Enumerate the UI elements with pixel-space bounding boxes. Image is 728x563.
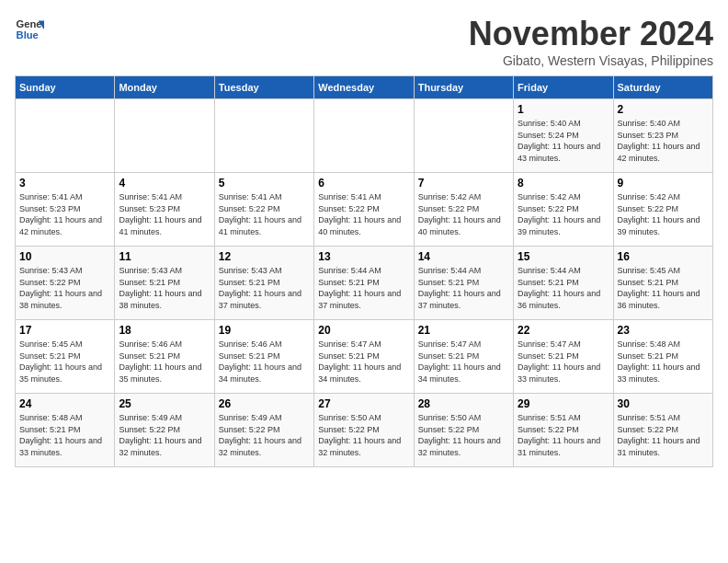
svg-text:General: General xyxy=(17,18,44,29)
day-cell: 4Sunrise: 5:41 AM Sunset: 5:23 PM Daylig… xyxy=(115,173,214,247)
day-info: Sunrise: 5:44 AM Sunset: 5:21 PM Dayligh… xyxy=(318,265,409,311)
day-cell: 14Sunrise: 5:44 AM Sunset: 5:21 PM Dayli… xyxy=(414,247,513,320)
day-number: 2 xyxy=(618,103,709,116)
day-number: 3 xyxy=(19,177,110,190)
day-cell: 12Sunrise: 5:43 AM Sunset: 5:21 PM Dayli… xyxy=(214,247,313,320)
week-row-5: 24Sunrise: 5:48 AM Sunset: 5:21 PM Dayli… xyxy=(16,394,713,467)
day-number: 26 xyxy=(219,397,310,410)
day-number: 6 xyxy=(318,177,409,190)
day-info: Sunrise: 5:42 AM Sunset: 5:22 PM Dayligh… xyxy=(418,191,509,237)
day-cell: 17Sunrise: 5:45 AM Sunset: 5:21 PM Dayli… xyxy=(16,320,115,394)
weekday-saturday: Saturday xyxy=(613,76,712,99)
logo: General Blue xyxy=(15,15,44,44)
day-info: Sunrise: 5:41 AM Sunset: 5:23 PM Dayligh… xyxy=(19,191,110,237)
day-info: Sunrise: 5:43 AM Sunset: 5:21 PM Dayligh… xyxy=(219,265,310,311)
day-info: Sunrise: 5:51 AM Sunset: 5:22 PM Dayligh… xyxy=(618,412,709,458)
day-info: Sunrise: 5:48 AM Sunset: 5:21 PM Dayligh… xyxy=(618,339,709,385)
weekday-header-row: SundayMondayTuesdayWednesdayThursdayFrid… xyxy=(16,76,713,99)
day-number: 27 xyxy=(318,397,409,410)
day-number: 18 xyxy=(119,324,210,337)
week-row-2: 3Sunrise: 5:41 AM Sunset: 5:23 PM Daylig… xyxy=(16,173,713,247)
day-cell: 8Sunrise: 5:42 AM Sunset: 5:22 PM Daylig… xyxy=(514,173,613,247)
day-number: 25 xyxy=(119,397,210,410)
day-cell: 21Sunrise: 5:47 AM Sunset: 5:21 PM Dayli… xyxy=(414,320,513,394)
day-number: 28 xyxy=(418,397,509,410)
day-number: 13 xyxy=(318,250,409,263)
day-cell: 29Sunrise: 5:51 AM Sunset: 5:22 PM Dayli… xyxy=(514,394,613,467)
location: Gibato, Western Visayas, Philippines xyxy=(469,53,713,68)
day-cell: 1Sunrise: 5:40 AM Sunset: 5:24 PM Daylig… xyxy=(514,99,613,173)
day-info: Sunrise: 5:45 AM Sunset: 5:21 PM Dayligh… xyxy=(19,339,110,385)
day-info: Sunrise: 5:46 AM Sunset: 5:21 PM Dayligh… xyxy=(119,339,210,385)
week-row-3: 10Sunrise: 5:43 AM Sunset: 5:22 PM Dayli… xyxy=(16,247,713,320)
day-cell: 20Sunrise: 5:47 AM Sunset: 5:21 PM Dayli… xyxy=(314,320,414,394)
day-info: Sunrise: 5:50 AM Sunset: 5:22 PM Dayligh… xyxy=(418,412,509,458)
day-info: Sunrise: 5:44 AM Sunset: 5:21 PM Dayligh… xyxy=(518,265,609,311)
day-info: Sunrise: 5:47 AM Sunset: 5:21 PM Dayligh… xyxy=(418,339,509,385)
day-info: Sunrise: 5:44 AM Sunset: 5:21 PM Dayligh… xyxy=(418,265,509,311)
day-info: Sunrise: 5:42 AM Sunset: 5:22 PM Dayligh… xyxy=(518,191,609,237)
day-info: Sunrise: 5:45 AM Sunset: 5:21 PM Dayligh… xyxy=(618,265,709,311)
week-row-1: 1Sunrise: 5:40 AM Sunset: 5:24 PM Daylig… xyxy=(16,99,713,173)
day-number: 5 xyxy=(219,177,310,190)
week-row-4: 17Sunrise: 5:45 AM Sunset: 5:21 PM Dayli… xyxy=(16,320,713,394)
day-cell: 22Sunrise: 5:47 AM Sunset: 5:21 PM Dayli… xyxy=(514,320,613,394)
day-number: 22 xyxy=(518,324,609,337)
logo-icon: General Blue xyxy=(15,15,44,44)
day-info: Sunrise: 5:47 AM Sunset: 5:21 PM Dayligh… xyxy=(518,339,609,385)
day-cell: 19Sunrise: 5:46 AM Sunset: 5:21 PM Dayli… xyxy=(214,320,313,394)
day-number: 20 xyxy=(318,324,409,337)
day-cell: 11Sunrise: 5:43 AM Sunset: 5:21 PM Dayli… xyxy=(115,247,214,320)
day-number: 16 xyxy=(618,250,709,263)
day-info: Sunrise: 5:49 AM Sunset: 5:22 PM Dayligh… xyxy=(219,412,310,458)
day-info: Sunrise: 5:41 AM Sunset: 5:22 PM Dayligh… xyxy=(219,191,310,237)
day-cell: 5Sunrise: 5:41 AM Sunset: 5:22 PM Daylig… xyxy=(214,173,313,247)
day-number: 29 xyxy=(518,397,609,410)
day-info: Sunrise: 5:40 AM Sunset: 5:24 PM Dayligh… xyxy=(518,118,609,164)
day-info: Sunrise: 5:43 AM Sunset: 5:21 PM Dayligh… xyxy=(119,265,210,311)
day-number: 14 xyxy=(418,250,509,263)
day-cell xyxy=(115,99,214,173)
day-cell xyxy=(314,99,414,173)
day-info: Sunrise: 5:46 AM Sunset: 5:21 PM Dayligh… xyxy=(219,339,310,385)
day-info: Sunrise: 5:41 AM Sunset: 5:22 PM Dayligh… xyxy=(318,191,409,237)
day-cell: 2Sunrise: 5:40 AM Sunset: 5:23 PM Daylig… xyxy=(613,99,712,173)
day-info: Sunrise: 5:49 AM Sunset: 5:22 PM Dayligh… xyxy=(119,412,210,458)
day-info: Sunrise: 5:48 AM Sunset: 5:21 PM Dayligh… xyxy=(19,412,110,458)
day-cell: 23Sunrise: 5:48 AM Sunset: 5:21 PM Dayli… xyxy=(613,320,712,394)
day-cell: 25Sunrise: 5:49 AM Sunset: 5:22 PM Dayli… xyxy=(115,394,214,467)
day-info: Sunrise: 5:47 AM Sunset: 5:21 PM Dayligh… xyxy=(318,339,409,385)
day-number: 15 xyxy=(518,250,609,263)
day-cell: 15Sunrise: 5:44 AM Sunset: 5:21 PM Dayli… xyxy=(514,247,613,320)
day-number: 21 xyxy=(418,324,509,337)
day-number: 8 xyxy=(518,177,609,190)
day-cell xyxy=(414,99,513,173)
day-info: Sunrise: 5:40 AM Sunset: 5:23 PM Dayligh… xyxy=(618,118,709,164)
day-cell xyxy=(214,99,313,173)
day-cell: 28Sunrise: 5:50 AM Sunset: 5:22 PM Dayli… xyxy=(414,394,513,467)
day-number: 17 xyxy=(19,324,110,337)
day-info: Sunrise: 5:42 AM Sunset: 5:22 PM Dayligh… xyxy=(618,191,709,237)
day-number: 7 xyxy=(418,177,509,190)
month-title: November 2024 xyxy=(469,15,713,53)
day-cell: 18Sunrise: 5:46 AM Sunset: 5:21 PM Dayli… xyxy=(115,320,214,394)
weekday-monday: Monday xyxy=(115,76,214,99)
day-number: 19 xyxy=(219,324,310,337)
calendar-body: 1Sunrise: 5:40 AM Sunset: 5:24 PM Daylig… xyxy=(16,99,713,467)
day-number: 11 xyxy=(119,250,210,263)
day-number: 4 xyxy=(119,177,210,190)
svg-text:Blue: Blue xyxy=(17,29,39,40)
day-number: 23 xyxy=(618,324,709,337)
day-number: 9 xyxy=(618,177,709,190)
day-cell: 6Sunrise: 5:41 AM Sunset: 5:22 PM Daylig… xyxy=(314,173,414,247)
header: General Blue November 2024 Gibato, Weste… xyxy=(15,15,713,68)
day-cell: 10Sunrise: 5:43 AM Sunset: 5:22 PM Dayli… xyxy=(16,247,115,320)
day-cell: 27Sunrise: 5:50 AM Sunset: 5:22 PM Dayli… xyxy=(314,394,414,467)
day-cell: 13Sunrise: 5:44 AM Sunset: 5:21 PM Dayli… xyxy=(314,247,414,320)
day-cell xyxy=(16,99,115,173)
day-info: Sunrise: 5:50 AM Sunset: 5:22 PM Dayligh… xyxy=(318,412,409,458)
day-cell: 3Sunrise: 5:41 AM Sunset: 5:23 PM Daylig… xyxy=(16,173,115,247)
weekday-tuesday: Tuesday xyxy=(214,76,313,99)
day-number: 12 xyxy=(219,250,310,263)
day-cell: 24Sunrise: 5:48 AM Sunset: 5:21 PM Dayli… xyxy=(16,394,115,467)
